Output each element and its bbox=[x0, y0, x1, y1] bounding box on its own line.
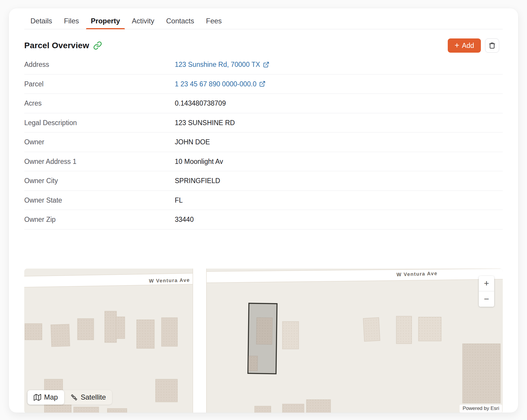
tab-label: Fees bbox=[206, 17, 222, 25]
field-value-text: JOHN DOE bbox=[175, 138, 210, 146]
field-label: Owner City bbox=[24, 177, 58, 185]
page-title: Parcel Overview bbox=[24, 41, 89, 50]
tab-label: Details bbox=[30, 17, 52, 25]
field-value: 33440 bbox=[175, 216, 194, 224]
field-row: Owner City SPRINGFIELD bbox=[24, 171, 503, 191]
add-button-label: Add bbox=[462, 42, 474, 50]
field-value: 123 SUNSHINE RD bbox=[175, 119, 235, 127]
map-layer-label: Map bbox=[44, 393, 58, 401]
map-layer-button[interactable]: Map bbox=[28, 390, 64, 405]
map-icon bbox=[34, 394, 41, 401]
field-label: Owner Zip bbox=[24, 216, 56, 224]
tab-fees[interactable]: Fees bbox=[206, 17, 222, 29]
map-attribution[interactable]: Powered by Esri bbox=[460, 405, 502, 413]
field-value: 0.143480738709 bbox=[175, 99, 226, 107]
map-zoom-control: + − bbox=[479, 276, 494, 307]
field-value-text: SPRINGFIELD bbox=[175, 177, 220, 185]
section-header: Parcel Overview + Add bbox=[24, 38, 499, 53]
field-row: Owner State FL bbox=[24, 191, 503, 210]
field-row: Acres 0.143480738709 bbox=[24, 94, 503, 113]
field-label: Owner Address 1 bbox=[24, 157, 76, 165]
field-value-link[interactable]: 1 23 45 67 890 0000-000.0 bbox=[175, 80, 266, 88]
external-link-icon bbox=[263, 61, 269, 68]
field-value-text: 1 23 45 67 890 0000-000.0 bbox=[175, 80, 256, 88]
field-value-text: 123 Sunshine Rd, 70000 TX bbox=[175, 61, 260, 69]
property-panel: Details Files Property Activity Contacts… bbox=[9, 8, 518, 413]
tab-label: Files bbox=[64, 17, 79, 25]
field-value-text: 33440 bbox=[175, 216, 194, 224]
satellite-icon bbox=[70, 394, 78, 401]
tab-activity[interactable]: Activity bbox=[132, 17, 154, 29]
tab-label: Activity bbox=[132, 17, 154, 25]
field-label: Owner bbox=[24, 138, 44, 146]
field-value-text: 123 SUNSHINE RD bbox=[175, 119, 235, 127]
field-label: Owner State bbox=[24, 196, 62, 204]
zoom-out-button[interactable]: − bbox=[479, 291, 494, 307]
satellite-layer-button[interactable]: Satellite bbox=[64, 390, 112, 405]
field-label: Address bbox=[24, 61, 49, 69]
parcel-fields: Address 123 Sunshine Rd, 70000 TX Parcel… bbox=[24, 55, 503, 230]
field-value: SPRINGFIELD bbox=[175, 177, 220, 185]
tab-property[interactable]: Property bbox=[91, 17, 120, 29]
field-row: Address 123 Sunshine Rd, 70000 TX bbox=[24, 55, 503, 75]
parcel-map[interactable]: W Ventura Ave W Ventura Ave + − Map bbox=[24, 269, 503, 413]
add-button[interactable]: + Add bbox=[448, 38, 481, 53]
map-layer-control: Map Satellite bbox=[28, 390, 112, 405]
parcel-highlight bbox=[248, 303, 277, 374]
tab-label: Property bbox=[91, 17, 120, 25]
field-value-link[interactable]: 123 Sunshine Rd, 70000 TX bbox=[175, 61, 269, 69]
satellite-layer-label: Satellite bbox=[81, 393, 106, 401]
trash-icon bbox=[489, 42, 496, 49]
external-link-icon bbox=[259, 81, 266, 87]
field-value: JOHN DOE bbox=[175, 138, 210, 146]
field-label: Legal Description bbox=[24, 119, 77, 127]
tab-files[interactable]: Files bbox=[64, 17, 79, 29]
tab-details[interactable]: Details bbox=[30, 17, 52, 29]
plus-icon: + bbox=[455, 41, 459, 49]
field-row: Owner Address 1 10 Moonlight Av bbox=[24, 152, 503, 172]
field-row: Legal Description 123 SUNSHINE RD bbox=[24, 113, 503, 133]
link-icon bbox=[93, 41, 102, 50]
field-row: Owner JOHN DOE bbox=[24, 133, 503, 152]
tab-label: Contacts bbox=[166, 17, 194, 25]
field-value: 10 Moonlight Av bbox=[175, 157, 223, 165]
tab-bar: Details Files Property Activity Contacts… bbox=[24, 8, 503, 29]
field-label: Parcel bbox=[24, 80, 43, 88]
field-value-text: 10 Moonlight Av bbox=[175, 157, 223, 165]
field-label: Acres bbox=[24, 99, 42, 107]
tab-contacts[interactable]: Contacts bbox=[166, 17, 194, 29]
field-value-text: 0.143480738709 bbox=[175, 99, 226, 107]
field-row: Parcel 1 23 45 67 890 0000-000.0 bbox=[24, 75, 503, 94]
street-label-left: W Ventura Ave bbox=[149, 277, 190, 284]
field-value-text: FL bbox=[175, 196, 183, 204]
field-row: Owner Zip 33440 bbox=[24, 210, 503, 230]
delete-button[interactable] bbox=[485, 38, 499, 53]
field-value: FL bbox=[175, 196, 183, 204]
zoom-in-button[interactable]: + bbox=[479, 276, 494, 292]
